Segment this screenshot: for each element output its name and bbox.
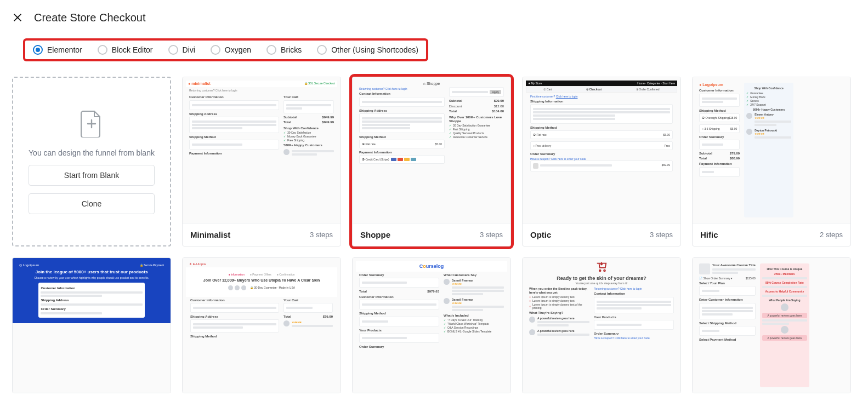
builder-option-oxygen[interactable]: Oxygen (211, 45, 251, 55)
builder-option-label: Oxygen (225, 45, 251, 54)
template-card-courselog[interactable]: Courselog Order Summary Total$979.63 Cus… (352, 257, 511, 393)
radio-icon (98, 45, 107, 55)
builder-option-block[interactable]: Block Editor (98, 45, 153, 55)
close-icon[interactable] (11, 11, 24, 24)
template-steps: 2 steps (820, 231, 843, 239)
template-card-minimalist[interactable]: ● minimalist 🔒 SSL Secure Checkout Retur… (182, 77, 341, 246)
template-preview: ★ My StoreHome · Categories · Start Here… (523, 77, 680, 223)
template-card-course_pink[interactable]: Your Awesome Course Title 📄 Show Order S… (692, 257, 851, 393)
builder-selector: ElementorBlock EditorDiviOxygenBricksOth… (23, 38, 428, 61)
radio-icon (211, 45, 220, 55)
blank-caption: You can design the funnel from blank (29, 148, 155, 157)
builder-option-label: Bricks (281, 45, 302, 54)
template-steps: 3 steps (310, 231, 333, 239)
builder-option-elementor[interactable]: Elementor (33, 45, 82, 55)
template-card-blue_login[interactable]: ◎ Logoipsum🔒 Secure Payment Join the lea… (12, 257, 171, 393)
builder-option-label: Elementor (47, 45, 82, 54)
template-preview: Ready to get the skin of your dreams? Yo… (523, 258, 680, 393)
template-card-hific[interactable]: ● Logoipsum Customer Information Shippin… (692, 77, 851, 246)
template-card-beetline[interactable]: Ready to get the skin of your dreams? Yo… (522, 257, 681, 393)
radio-icon (266, 45, 276, 55)
template-preview: Courselog Order Summary Total$979.63 Cus… (353, 258, 510, 393)
builder-option-divi[interactable]: Divi (168, 45, 195, 55)
clone-button[interactable]: Clone (29, 193, 155, 214)
builder-option-bricks[interactable]: Bricks (266, 45, 302, 55)
radio-icon (168, 45, 178, 55)
template-name: Shoppe (360, 230, 390, 239)
radio-icon (33, 45, 43, 55)
template-preview: ◎ Logoipsum🔒 Secure Payment Join the lea… (13, 258, 171, 393)
template-preview: ● minimalist 🔒 SSL Secure Checkout Retur… (183, 77, 341, 223)
template-name: Minimalist (190, 230, 230, 239)
template-preview: ● Logoipsum Customer Information Shippin… (693, 77, 850, 223)
template-card-utopia[interactable]: ✶ E-Utopia ● Information● Payment Offers… (182, 257, 341, 393)
template-preview: Your Awesome Course Title 📄 Show Order S… (693, 258, 850, 393)
builder-option-other[interactable]: Other (Using Shortcodes) (317, 45, 418, 55)
blank-funnel-card: You can design the funnel from blank Sta… (12, 77, 171, 246)
start-from-blank-button[interactable]: Start from Blank (29, 165, 155, 186)
page-title: Create Store Checkout (34, 12, 145, 24)
template-card-shoppe[interactable]: ⌂ Shoppe Returning customer? Click here … (352, 77, 511, 246)
builder-option-label: Divi (183, 45, 195, 54)
builder-option-label: Other (Using Shortcodes) (331, 45, 418, 54)
template-steps: 3 steps (650, 231, 673, 239)
template-steps: 3 steps (480, 231, 503, 239)
template-name: Hific (700, 230, 718, 239)
template-name: Optic (530, 230, 551, 239)
builder-option-label: Block Editor (112, 45, 153, 54)
template-preview: ✶ E-Utopia ● Information● Payment Offers… (183, 258, 341, 393)
template-preview: ⌂ Shoppe Returning customer? Click here … (353, 77, 510, 223)
template-card-optic[interactable]: ★ My StoreHome · Categories · Start Here… (522, 77, 681, 246)
radio-icon (317, 45, 327, 55)
new-file-icon (79, 109, 104, 137)
